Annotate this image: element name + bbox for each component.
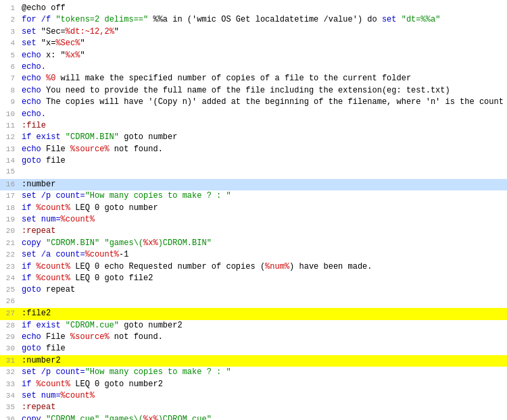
line-number: 28 <box>3 321 22 332</box>
line-number: 10 <box>3 109 22 120</box>
line-number: 24 <box>3 273 22 284</box>
line-content: echo File %source% not found. <box>22 144 504 155</box>
token: if <box>22 203 37 213</box>
code-line: 31:number2 <box>0 355 507 367</box>
line-content: goto repeat <box>22 284 504 296</box>
token: "CDROM.BIN" <box>46 238 99 248</box>
line-content: echo File %source% not found. <box>22 332 504 343</box>
token: set /p count= <box>22 367 85 377</box>
line-content: copy "CDROM.BIN" "games\(%x%)CDROM.BIN" <box>22 238 504 249</box>
line-content: :number2 <box>22 355 504 367</box>
line-number: 34 <box>3 391 22 402</box>
line-number: 31 <box>3 356 22 367</box>
line-content: set "Sec=%dt:~12,2%" <box>22 26 504 38</box>
token: %count% <box>61 391 95 400</box>
line-number: 33 <box>3 379 22 390</box>
line-content: if %count% LEQ 0 goto number2 <box>22 379 504 390</box>
token: "Sec= <box>37 27 66 36</box>
token: "x= <box>37 38 56 48</box>
token: if <box>22 262 37 271</box>
code-line: 4set "x=%Sec%" <box>0 38 507 49</box>
line-number: 6 <box>3 62 22 73</box>
token: if exist <box>22 321 66 330</box>
line-content: goto file <box>22 343 504 355</box>
token: set num= <box>22 391 61 400</box>
token: %source% <box>70 145 110 154</box>
line-number: 22 <box>3 250 22 261</box>
token: %x% <box>66 51 80 60</box>
line-number: 2 <box>3 15 22 26</box>
token: ) have been made. <box>289 262 372 271</box>
token: goto <box>22 156 41 165</box>
line-content: copy "CDROM.cue" "games\(%x%)CDROM.cue" <box>22 414 504 420</box>
code-line: 24if %count% LEQ 0 goto file2 <box>0 273 507 284</box>
token: if exist <box>22 132 66 142</box>
code-line: 32set /p count="How many copies to make … <box>0 367 507 378</box>
line-content: set num=%count% <box>22 214 504 226</box>
token: %count% <box>61 215 95 224</box>
code-line: 35:repeat <box>0 402 507 413</box>
line-content: :repeat <box>22 226 504 237</box>
line-number: 11 <box>3 121 22 132</box>
code-line: 6echo. <box>0 61 507 73</box>
token: " <box>80 38 84 48</box>
token: "games\( <box>104 415 143 420</box>
code-line: 8echo You need to provide the full name … <box>0 85 507 97</box>
token: echo <box>22 145 41 154</box>
code-line: 1@echo off <box>0 3 507 14</box>
line-content: @echo off <box>22 3 504 14</box>
line-number: 36 <box>3 415 22 420</box>
code-line: 9echo The copies will have '(Copy n)' ad… <box>0 97 507 108</box>
line-content: if %count% LEQ 0 echo Requested number o… <box>22 261 504 273</box>
line-number: 35 <box>3 402 22 413</box>
token: LEQ 0 goto file2 <box>70 273 153 283</box>
code-line: 22set /a count=%count%-1 <box>0 249 507 261</box>
code-line: 29echo File %source% not found. <box>0 332 507 343</box>
line-content: :repeat <box>22 402 504 413</box>
line-number: 17 <box>3 191 22 202</box>
token: goto number2 <box>119 321 183 330</box>
token: %dt:~12,2% <box>66 27 114 36</box>
code-line: 2for /f "tokens=2 delims==" %%a in ('wmi… <box>0 14 507 26</box>
line-content: echo %0 will make the specified number o… <box>22 73 504 84</box>
line-number: 30 <box>3 344 22 355</box>
line-content: echo. <box>22 61 504 73</box>
code-line: 27:file2 <box>0 308 507 319</box>
code-line: 36copy "CDROM.cue" "games\(%x%)CDROM.cue… <box>0 414 507 420</box>
token: set /a count= <box>22 250 85 259</box>
token: %source% <box>70 332 110 342</box>
token: %num% <box>265 262 289 271</box>
token: %count% <box>85 250 119 259</box>
token: if <box>22 273 37 283</box>
line-number: 16 <box>3 180 22 190</box>
token: copy <box>22 415 46 420</box>
line-content: set /p count="How many copies to make ? … <box>22 190 504 202</box>
line-content: :file <box>22 120 504 132</box>
line-number: 4 <box>3 38 22 49</box>
token: :number <box>22 180 55 189</box>
code-line: 14goto file <box>0 155 507 167</box>
line-content: :number <box>22 179 504 190</box>
token: %count% <box>37 262 70 271</box>
token: LEQ 0 goto number <box>70 203 158 213</box>
code-line: 10echo. <box>0 109 507 120</box>
token: File <box>41 332 70 342</box>
code-line: 3set "Sec=%dt:~12,2%" <box>0 26 507 38</box>
token: if <box>22 379 37 389</box>
token: %x% <box>143 238 158 248</box>
token: file <box>41 156 66 165</box>
code-line: 21copy "CDROM.BIN" "games\(%x%)CDROM.BIN… <box>0 238 507 249</box>
token: copy <box>22 238 46 248</box>
token: You need to provide the full name of the… <box>46 86 450 95</box>
token: echo <box>22 74 46 83</box>
token <box>397 15 402 24</box>
token: echo <box>22 51 41 60</box>
line-content: echo You need to provide the full name o… <box>22 85 504 97</box>
token: :repeat <box>22 402 55 412</box>
line-number: 7 <box>3 74 22 84</box>
code-line: 33if %count% LEQ 0 goto number2 <box>0 379 507 390</box>
line-content: goto file <box>22 155 504 167</box>
token: "CDROM.BIN" <box>66 132 119 142</box>
token: set <box>22 27 37 36</box>
code-line: 15 <box>0 167 507 178</box>
